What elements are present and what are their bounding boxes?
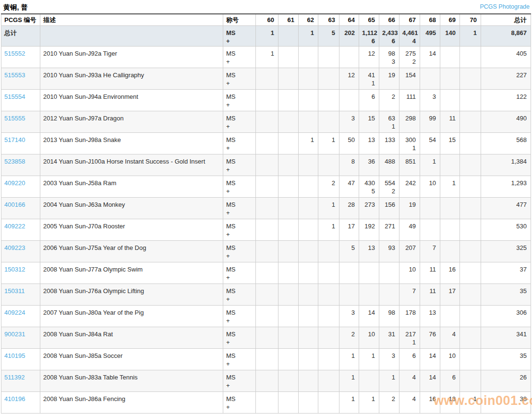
grade-count: 13 xyxy=(423,308,436,317)
grade-count: 14 xyxy=(423,352,436,360)
grade-count: 8 xyxy=(342,157,355,166)
plus-count: 3 xyxy=(382,58,395,66)
pcgs-number-link[interactable]: 515552 xyxy=(4,50,25,57)
grade-cell-69 xyxy=(440,241,460,262)
designation-plus: + xyxy=(226,187,253,195)
designation-plus: + xyxy=(226,295,253,303)
designation-plus: + xyxy=(226,273,253,282)
designation-plus: + xyxy=(226,37,253,45)
table-row: 4092242007 Yuan Sun-J80a Year of the Pig… xyxy=(1,306,531,327)
pcgs-number-link[interactable]: 410195 xyxy=(4,352,25,359)
grade-count: 3 xyxy=(342,114,355,122)
grade-count: 1 xyxy=(342,373,355,381)
grade-cell-66: 271 xyxy=(379,219,399,241)
grade-count: 13 xyxy=(362,244,375,252)
grade-count: 156 xyxy=(382,201,395,209)
col-header-61: 61 xyxy=(278,14,299,26)
grade-cell-70 xyxy=(460,327,481,349)
grade-count: 17 xyxy=(443,287,456,295)
plus-count: 1 xyxy=(382,122,395,130)
grade-count: 10 xyxy=(443,352,456,360)
grade-cell-62 xyxy=(299,219,318,241)
photograde-link[interactable]: PCGS Photograde xyxy=(480,3,530,10)
plus-count: 2 xyxy=(382,187,395,195)
grade-count: 133 xyxy=(382,136,395,144)
pcgs-number-link[interactable]: 400166 xyxy=(4,201,25,208)
grade-cell-69: 17 xyxy=(440,284,460,306)
col-header-64: 64 xyxy=(339,14,359,26)
grade-count: 6 xyxy=(402,352,416,360)
designation-plus: + xyxy=(226,338,253,346)
grade-count: 271 xyxy=(382,222,395,230)
pcgs-number-link[interactable]: 515553 xyxy=(4,71,25,79)
grade-count: 14 xyxy=(423,373,436,381)
col-header-63: 63 xyxy=(318,14,339,26)
grade-count: 10 xyxy=(402,265,416,273)
designation-ms: MS xyxy=(226,136,253,144)
pcgs-number-link[interactable]: 523858 xyxy=(4,158,25,165)
grade-cell-61 xyxy=(278,349,299,370)
totals-row: 总计MS+1152021,11262,43364,461449514018,86… xyxy=(1,26,531,47)
grade-cell-67: 3001 xyxy=(399,133,420,154)
grade-cell-68: 99 xyxy=(420,111,440,133)
grade-count: 5 xyxy=(321,29,335,37)
pcgs-number-link[interactable]: 410196 xyxy=(4,395,25,402)
grade-cell-62 xyxy=(299,90,318,111)
table-row: 5155552012 Yuan Sun-J97a DragonMS+315631… xyxy=(1,111,531,133)
designation-cell: MS+ xyxy=(223,262,256,284)
grade-cell-68: 495 xyxy=(420,26,440,47)
grade-cell-65: 15 xyxy=(359,111,379,133)
pcgs-number-link[interactable]: 409222 xyxy=(4,223,25,230)
grade-cell-64: 3 xyxy=(339,306,359,327)
designation-ms: MS xyxy=(226,29,253,37)
grade-cell-67: 4 xyxy=(399,370,420,392)
grade-cell-68: 7 xyxy=(420,241,440,262)
grade-cell-64 xyxy=(339,47,359,68)
grade-cell-63 xyxy=(318,68,339,90)
grade-cell-61 xyxy=(278,26,299,47)
grade-count: 242 xyxy=(402,179,416,187)
pcgs-number-link[interactable]: 150311 xyxy=(4,287,24,295)
row-total: 325 xyxy=(481,241,531,262)
grade-cell-68: 10 xyxy=(420,176,440,198)
pcgs-number-link[interactable]: 409223 xyxy=(4,244,25,251)
table-row: 5113922008 Yuan Sun-J83a Table TennisMS+… xyxy=(1,370,531,392)
row-total: 477 xyxy=(481,198,531,219)
grade-cell-62 xyxy=(299,284,318,306)
grade-cell-70 xyxy=(460,284,481,306)
table-row: 5155532010 Yuan Sun-J93a He CalligraphyM… xyxy=(1,68,531,90)
grade-cell-60 xyxy=(256,327,278,349)
grade-cell-60: 1 xyxy=(256,26,278,47)
pcgs-number-cell: 150312 xyxy=(1,262,40,284)
designation-cell: MS+ xyxy=(223,392,256,414)
pcgs-number-link[interactable]: 150312 xyxy=(4,266,25,273)
grade-cell-63 xyxy=(318,154,339,176)
pcgs-number-link[interactable]: 515554 xyxy=(4,93,25,100)
grade-cell-68: 14 xyxy=(420,370,440,392)
pcgs-number-link[interactable]: 409224 xyxy=(4,309,25,316)
table-row: 1503122008 Yuan Sun-J77a Olympic SwimMS+… xyxy=(1,262,531,284)
grade-cell-61 xyxy=(278,284,299,306)
pcgs-number-link[interactable]: 517140 xyxy=(4,136,25,143)
grade-count: 76 xyxy=(423,330,436,338)
grade-count: 2 xyxy=(382,395,395,403)
pcgs-number-link[interactable]: 511392 xyxy=(4,374,24,381)
grade-cell-69: 15 xyxy=(440,133,460,154)
pcgs-number-link[interactable]: 515555 xyxy=(4,115,25,122)
grade-cell-70 xyxy=(460,241,481,262)
pcgs-number-link[interactable]: 409220 xyxy=(4,179,25,187)
grade-cell-67: 242 xyxy=(399,176,420,198)
grade-count: 63 xyxy=(382,114,395,122)
grade-cell-69 xyxy=(440,68,460,90)
grade-count: 273 xyxy=(362,201,375,209)
coin-description: 2008 Yuan Sun-J76a Olympic Lifting xyxy=(40,284,223,306)
grade-cell-65: 273 xyxy=(359,198,379,219)
grade-cell-64: 1 xyxy=(339,392,359,414)
designation-ms: MS xyxy=(226,308,253,317)
designation-plus: + xyxy=(226,360,253,368)
pcgs-number-link[interactable]: 900231 xyxy=(4,331,25,338)
grade-cell-60 xyxy=(256,392,278,414)
row-total: 227 xyxy=(481,68,531,90)
grade-cell-63 xyxy=(318,349,339,370)
grade-count: 111 xyxy=(402,93,416,101)
